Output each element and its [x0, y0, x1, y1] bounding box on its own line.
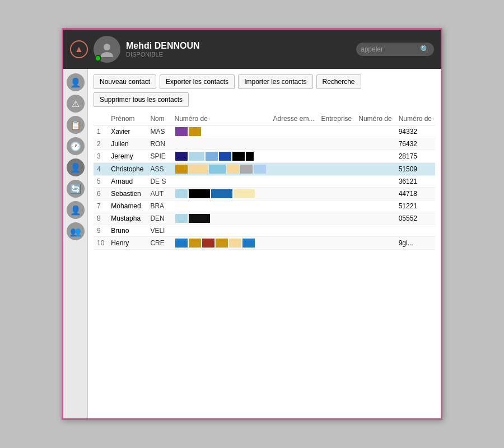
col-numero2: Numéro de	[355, 113, 395, 125]
color-block	[234, 189, 255, 198]
up-button[interactable]: ▲	[70, 40, 88, 58]
contact-nom: SPIE	[147, 150, 171, 163]
contact-prenom: Bruno	[108, 225, 147, 237]
export-contacts-button[interactable]: Exporter les contacts	[160, 74, 235, 89]
color-block	[175, 152, 188, 161]
contact-entreprise	[318, 150, 356, 163]
sidebar-icon-user2[interactable]: 👤	[67, 201, 85, 219]
table-row[interactable]: 10 Henry CRE 9gl...	[94, 237, 435, 250]
sidebar-icon-clipboard[interactable]: 📋	[67, 116, 85, 134]
sidebar-icon-alert[interactable]: ⚠	[67, 95, 85, 113]
user-info: Mehdi DENNOUN DISPONIBLE	[126, 41, 351, 58]
sidebar-icon-user-active[interactable]: 👤	[67, 158, 85, 176]
avatar-wrapper	[94, 36, 120, 63]
contact-numero2	[355, 225, 395, 237]
header: ▲ Mehdi DENNOUN DISPONIBLE 🔍	[63, 30, 441, 69]
row-number: 10	[94, 237, 108, 250]
color-block	[206, 152, 218, 161]
sidebar-icon-refresh[interactable]: 🔄	[67, 180, 85, 198]
contact-numero2	[355, 212, 395, 225]
table-row[interactable]: 4 Christophe ASS 51509	[94, 163, 435, 176]
color-block	[240, 165, 253, 174]
contact-entreprise	[318, 138, 356, 150]
color-block	[189, 214, 210, 223]
contact-nom: VELI	[147, 225, 171, 237]
row-number: 3	[94, 150, 108, 163]
contact-nom: MAS	[147, 125, 171, 138]
status-indicator	[95, 55, 101, 62]
contact-prenom: Julien	[108, 138, 147, 150]
search-input[interactable]	[361, 45, 417, 53]
color-block	[189, 165, 208, 174]
contact-numero3: 36121	[395, 176, 435, 188]
table-row[interactable]: 6 Sebastien AUT 44718	[94, 188, 435, 200]
color-block	[189, 127, 201, 136]
contact-email	[270, 225, 318, 237]
row-number: 5	[94, 176, 108, 188]
sidebar-icon-group[interactable]: 👥	[67, 222, 85, 240]
table-row[interactable]: 8 Mustapha DEN 05552	[94, 212, 435, 225]
col-numero1: Numéro de	[171, 113, 270, 125]
table-row[interactable]: 9 Bruno VELI	[94, 225, 435, 237]
user-status: DISPONIBLE	[126, 51, 351, 58]
contact-email	[270, 163, 318, 176]
contact-blocks	[171, 150, 270, 163]
contact-numero3	[395, 225, 435, 237]
color-block	[189, 152, 204, 161]
contact-numero2	[355, 176, 395, 188]
search-bar: 🔍	[356, 43, 434, 56]
contact-nom: DEN	[147, 212, 171, 225]
contact-entreprise	[318, 200, 356, 212]
contact-prenom: Mohamed	[108, 200, 147, 212]
contact-nom: AUT	[147, 188, 171, 200]
delete-all-button[interactable]: Supprimer tous les contacts	[94, 92, 189, 107]
row-number: 2	[94, 138, 108, 150]
col-numero3: Numéro de	[395, 113, 435, 125]
color-block	[209, 165, 226, 174]
contact-numero3: 05552	[395, 212, 435, 225]
contact-entreprise	[318, 212, 356, 225]
contact-prenom: Sebastien	[108, 188, 147, 200]
import-contacts-button[interactable]: Importer les contacts	[238, 74, 312, 89]
col-nom: Nom	[147, 113, 171, 125]
sidebar: 👤 ⚠ 📋 🕐 👤 🔄 👤 👥	[63, 69, 88, 418]
search-button[interactable]: Recherche	[316, 74, 361, 89]
contact-numero3: 9gl...	[395, 237, 435, 250]
color-block	[211, 189, 232, 198]
sidebar-icon-clock[interactable]: 🕐	[67, 137, 85, 155]
search-icon[interactable]: 🔍	[420, 45, 430, 54]
contact-prenom: Arnaud	[108, 176, 147, 188]
row-number: 6	[94, 188, 108, 200]
contact-email	[270, 212, 318, 225]
contact-email	[270, 176, 318, 188]
contacts-table: Prénom Nom Numéro de Adresse em... Entre…	[94, 113, 435, 250]
contact-blocks	[171, 176, 270, 188]
sidebar-icon-person[interactable]: 👤	[67, 73, 85, 91]
contact-entreprise	[318, 125, 356, 138]
table-row[interactable]: 7 Mohamed BRA 51221	[94, 200, 435, 212]
contact-numero3: 28175	[395, 150, 435, 163]
contact-prenom: Xavier	[108, 125, 147, 138]
new-contact-button[interactable]: Nouveau contact	[94, 74, 156, 89]
table-row[interactable]: 5 Arnaud DE S 36121	[94, 176, 435, 188]
table-row[interactable]: 3 Jeremy SPIE 28175	[94, 150, 435, 163]
color-block	[175, 127, 188, 136]
user-name: Mehdi DENNOUN	[126, 41, 351, 51]
contact-numero3: 76432	[395, 138, 435, 150]
main-body: 👤 ⚠ 📋 🕐 👤 🔄 👤 👥 Nouveau contact Exporter…	[63, 69, 441, 418]
contact-blocks	[171, 200, 270, 212]
table-row[interactable]: 2 Julien RON 76432	[94, 138, 435, 150]
color-block	[246, 152, 254, 161]
contact-blocks	[171, 237, 270, 250]
contact-numero2	[355, 237, 395, 250]
contact-email	[270, 150, 318, 163]
color-block	[175, 189, 188, 198]
contact-prenom: Christophe	[108, 163, 147, 176]
contact-email	[270, 237, 318, 250]
contact-numero2	[355, 200, 395, 212]
contact-numero2	[355, 163, 395, 176]
table-row[interactable]: 1 Xavier MAS 94332	[94, 125, 435, 138]
row-number: 7	[94, 200, 108, 212]
row-number: 4	[94, 163, 108, 176]
toolbar: Nouveau contact Exporter les contacts Im…	[94, 74, 435, 107]
